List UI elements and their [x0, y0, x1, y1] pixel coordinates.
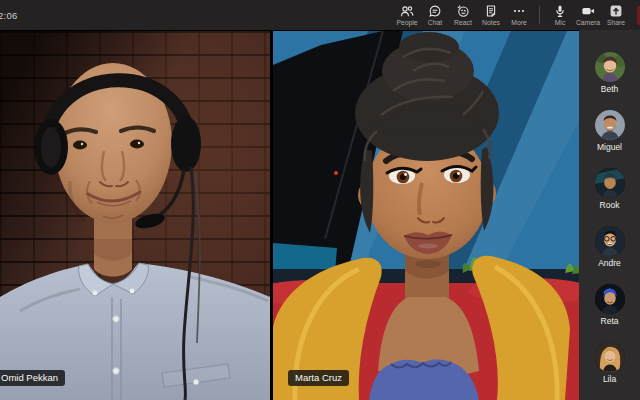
toolbar-buttons: People Chat — [393, 0, 630, 30]
beth-avatar — [595, 52, 625, 82]
video-tile-marta[interactable]: Marta Cruz — [273, 31, 579, 400]
notes-button[interactable]: Notes — [477, 0, 505, 30]
mic-icon — [553, 4, 567, 18]
participant-lila[interactable]: Lila — [595, 342, 625, 384]
miguel-avatar — [595, 110, 625, 140]
participant-reta[interactable]: Reta — [595, 284, 625, 326]
omid-video-illustration — [0, 31, 270, 400]
meeting-timer: 2:06 — [0, 0, 18, 30]
participant-name: Lila — [603, 374, 616, 384]
people-icon — [400, 4, 414, 18]
participant-miguel[interactable]: Miguel — [595, 110, 625, 152]
notes-icon — [484, 4, 498, 18]
more-icon — [512, 4, 526, 18]
reta-avatar — [595, 284, 625, 314]
camera-icon — [581, 4, 595, 18]
participant-andre[interactable]: Andre — [595, 226, 625, 268]
participant-name: Andre — [598, 258, 621, 268]
video-tile-omid[interactable]: Omid Pekkan — [0, 31, 270, 400]
participant-rook[interactable]: Rook — [595, 168, 625, 210]
mic-button[interactable]: Mic — [546, 0, 574, 30]
marta-video-illustration — [273, 31, 579, 400]
andre-avatar — [595, 226, 625, 256]
participant-name: Rook — [600, 200, 620, 210]
participant-beth[interactable]: Beth — [595, 52, 625, 94]
people-button[interactable]: People — [393, 0, 421, 30]
participants-rail: Beth Miguel — [579, 30, 640, 400]
more-button[interactable]: More — [505, 0, 533, 30]
share-button[interactable]: Share — [602, 0, 630, 30]
meeting-toolbar: 2:06 People — [0, 0, 640, 30]
participant-name: Beth — [601, 84, 619, 94]
rook-avatar — [595, 168, 625, 198]
chat-button[interactable]: Chat — [421, 0, 449, 30]
react-button[interactable]: React — [449, 0, 477, 30]
share-icon — [609, 4, 623, 18]
omid-shirt — [0, 191, 270, 400]
chat-icon — [428, 4, 442, 18]
name-tag-omid: Omid Pekkan — [0, 370, 65, 386]
name-tag-marta: Marta Cruz — [288, 370, 349, 386]
camera-button[interactable]: Camera — [574, 0, 602, 30]
react-icon — [456, 4, 470, 18]
toolbar-divider — [539, 6, 540, 24]
teams-meeting-window: 2:06 People — [0, 0, 640, 400]
participant-name: Reta — [601, 316, 619, 326]
lila-avatar — [595, 342, 625, 372]
participant-name: Miguel — [597, 142, 622, 152]
